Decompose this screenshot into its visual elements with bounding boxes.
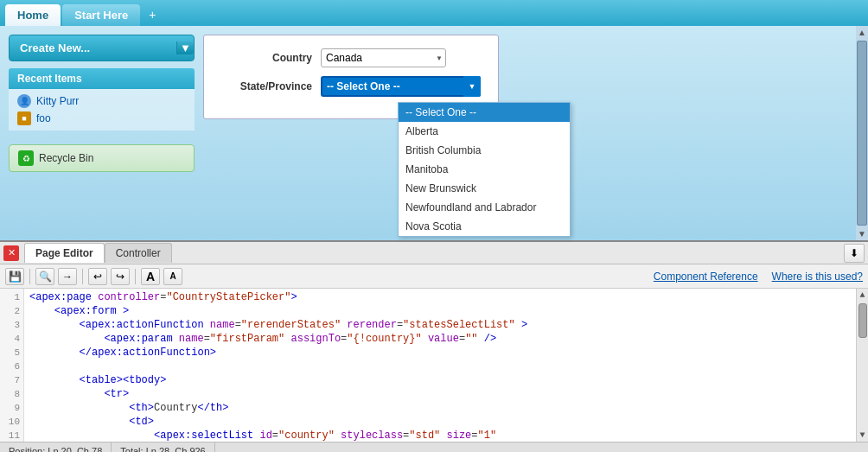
tab-start-here[interactable]: Start Here [62, 4, 140, 26]
editor-scrollbar-thumb[interactable] [858, 303, 867, 338]
code-line-5: </apex:actionFunction> [29, 346, 851, 360]
scroll-up-arrow[interactable]: ▲ [856, 26, 868, 39]
editor-toolbar: 💾 🔍 → ↩ ↪ A A Component Reference Where … [0, 264, 868, 289]
total-label: Total: [120, 446, 143, 453]
scrollbar-thumb[interactable] [857, 41, 867, 226]
code-line-4: <apex:param name="firstParam" assignTo="… [29, 332, 851, 346]
tab-controller[interactable]: Controller [105, 243, 172, 263]
toolbar-sep-3 [135, 269, 136, 284]
dropdown-item-select-one[interactable]: -- Select One -- [399, 103, 570, 122]
recycle-bin-button[interactable]: ♻ Recycle Bin [9, 144, 195, 172]
main-area: Create New... ▼ Recent Items 👤 Kitty Pur… [0, 26, 868, 240]
state-dropdown-list: -- Select One -- Alberta British Columbi… [398, 102, 571, 237]
code-line-6 [29, 360, 851, 373]
line-num-3: 3 [0, 318, 23, 332]
code-line-2: <apex:form > [29, 304, 851, 318]
add-tab-button[interactable]: + [142, 3, 163, 26]
line-num-1: 1 [0, 290, 23, 304]
state-select[interactable] [321, 76, 481, 97]
state-dropdown-button[interactable]: ▼ [463, 76, 481, 97]
component-reference-link[interactable]: Component Reference [654, 271, 758, 283]
toolbar-links: Component Reference Where is this used? [654, 271, 863, 283]
recent-items-list: 👤 Kitty Purr ■ foo [9, 89, 195, 131]
recent-item-label: Kitty Purr [36, 95, 79, 107]
editor-scroll-up[interactable]: ▲ [857, 289, 868, 302]
status-position-section: Position: Ln 20, Ch 78 [0, 442, 112, 452]
dropdown-item-manitoba[interactable]: Manitoba [399, 160, 570, 179]
toolbar-sep-2 [82, 269, 83, 284]
position-label: Position: [9, 446, 45, 453]
recycle-icon: ♻ [18, 150, 34, 166]
code-line-11: <apex:selectList id="country" styleclass… [29, 429, 851, 442]
recent-item-label: foo [36, 112, 51, 124]
recent-items-container: Recent Items 👤 Kitty Purr ■ foo [9, 68, 195, 131]
line-num-7: 7 [0, 373, 23, 387]
state-row: State/Province ▼ [221, 76, 481, 97]
editor-scroll-down[interactable]: ▼ [857, 429, 868, 442]
font-larger-button[interactable]: A [141, 268, 160, 285]
status-total-section: Total: Ln 28, Ch 926 [112, 442, 214, 452]
forward-button[interactable]: → [58, 268, 77, 285]
search-button[interactable]: 🔍 [35, 268, 54, 285]
total-value: Ln 28, Ch 926 [146, 446, 206, 453]
country-label: Country [221, 52, 312, 64]
close-editor-button[interactable]: ✕ [3, 245, 19, 261]
dropdown-item-new-brunswick[interactable]: New Brunswick [399, 179, 570, 198]
country-select-wrapper: Canada [321, 48, 446, 67]
scroll-down-arrow[interactable]: ▼ [856, 227, 868, 240]
country-row: Country Canada [221, 48, 481, 67]
code-editor: 1 2 3 4 5 6 7 8 9 10 11 12 <apex:page co… [0, 289, 868, 442]
save-button[interactable]: 💾 [5, 268, 24, 285]
sidebar: Create New... ▼ Recent Items 👤 Kitty Pur… [9, 35, 195, 232]
redo-button[interactable]: ↪ [111, 268, 130, 285]
top-tab-bar: Home Start Here + [0, 0, 868, 26]
line-numbers: 1 2 3 4 5 6 7 8 9 10 11 12 [0, 289, 24, 442]
line-num-10: 10 [0, 415, 23, 429]
state-select-wrapper: ▼ [321, 76, 481, 97]
code-line-7: <table><tbody> [29, 373, 851, 387]
toolbar-sep-1 [29, 269, 30, 284]
position-value: Ln 20, Ch 78 [48, 446, 102, 453]
dropdown-item-bc[interactable]: British Columbia [399, 141, 570, 160]
state-label: State/Province [221, 80, 312, 92]
line-num-4: 4 [0, 332, 23, 346]
code-line-10: <td> [29, 415, 851, 429]
code-line-3: <apex:actionFunction name="rerenderState… [29, 318, 851, 332]
tab-page-editor[interactable]: Page Editor [24, 243, 105, 263]
line-num-5: 5 [0, 346, 23, 360]
cube-icon: ■ [17, 111, 31, 125]
recent-item-foo[interactable]: ■ foo [17, 111, 186, 125]
line-num-11: 11 [0, 429, 23, 442]
download-button[interactable]: ⬇ [844, 244, 865, 263]
country-select[interactable]: Canada [321, 48, 446, 67]
content-area: Country Canada State/Province ▼ -- Selec… [203, 35, 859, 232]
dropdown-item-newfoundland[interactable]: Newfoundland and Labrador [399, 198, 570, 217]
tab-home[interactable]: Home [5, 4, 61, 26]
line-num-2: 2 [0, 304, 23, 318]
recycle-bin-label: Recycle Bin [39, 152, 93, 164]
person-icon: 👤 [17, 94, 31, 108]
line-num-9: 9 [0, 401, 23, 415]
download-icon-wrapper: ⬇ [844, 244, 865, 263]
dropdown-item-nova-scotia[interactable]: Nova Scotia [399, 217, 570, 236]
recent-items-header: Recent Items [9, 68, 195, 89]
font-smaller-button[interactable]: A [163, 268, 182, 285]
where-used-link[interactable]: Where is this used? [772, 271, 863, 283]
code-line-8: <tr> [29, 387, 851, 401]
dropdown-item-alberta[interactable]: Alberta [399, 122, 570, 141]
bottom-editor-section: ✕ Page Editor Controller ⬇ 💾 🔍 → ↩ ↪ A A… [0, 240, 868, 452]
status-bar: Position: Ln 20, Ch 78 Total: Ln 28, Ch … [0, 442, 868, 452]
code-content[interactable]: <apex:page controller="CountryStatePicke… [24, 289, 856, 442]
recent-item-kitty-purr[interactable]: 👤 Kitty Purr [17, 94, 186, 108]
editor-scrollbar[interactable]: ▲ ▼ [856, 289, 868, 442]
code-line-1: <apex:page controller="CountryStatePicke… [29, 290, 851, 304]
line-num-6: 6 [0, 360, 23, 373]
editor-tabs-bar: ✕ Page Editor Controller ⬇ [0, 242, 868, 264]
line-num-8: 8 [0, 387, 23, 401]
main-scrollbar[interactable]: ▲ ▼ [856, 26, 868, 240]
undo-button[interactable]: ↩ [88, 268, 107, 285]
create-new-dropdown-arrow[interactable]: ▼ [176, 41, 194, 54]
create-new-label: Create New... [20, 41, 90, 54]
create-new-button[interactable]: Create New... ▼ [9, 35, 195, 61]
code-line-9: <th>Country</th> [29, 401, 851, 415]
